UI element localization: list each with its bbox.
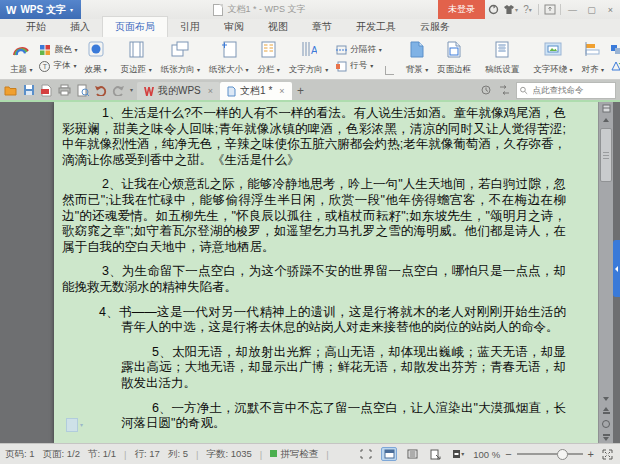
scrollbar-thumb[interactable] [600,128,612,182]
new-tab-button[interactable]: + [292,82,310,100]
grid-paper-button[interactable]: 稿纸设置 [483,39,521,77]
window-title: 文档1 * - WPS 文字 [81,3,438,16]
customize-qat-icon[interactable]: ▾ [130,87,133,93]
theme-group: 主题 ▾ 颜色 ▾ T 字体 ▾ 效果 ▾ [4,39,113,77]
text-wrap-button[interactable]: 文字环绕 ▾ [531,39,574,77]
align-icon [584,40,602,58]
previous-page-button[interactable] [599,405,613,417]
undo-icon[interactable] [94,84,107,97]
tab-my-wps[interactable]: 我的WPS × [137,82,220,100]
close-button[interactable]: × [601,2,620,17]
save-icon[interactable] [22,84,35,97]
breaks-button[interactable]: 分隔符 ▾ [335,44,382,56]
margins-button[interactable]: 页边距 ▾ [119,39,154,77]
maximize-button[interactable]: ▢ [582,2,601,17]
paper-size-button[interactable]: 纸张大小 ▾ [207,39,250,77]
tab-view[interactable]: 视图 [256,17,300,37]
spell-check-ok-icon [270,450,277,457]
eye-protection-mode-icon[interactable]: ▾ [450,447,466,461]
tab-home[interactable]: 开始 [14,17,58,37]
divider: | [260,449,262,460]
background-icon [408,40,426,58]
background-button[interactable]: 背景 ▾ [404,39,430,77]
help-icon[interactable]: ? ▾ [519,2,536,17]
chevron-down-icon: ▾ [80,422,83,428]
tab-insert[interactable]: 插入 [58,17,102,37]
fullscreen-view-icon[interactable] [358,447,374,461]
align-button[interactable]: 对齐 ▾ [580,39,606,77]
text-direction-button[interactable]: A 文字方向 ▾ [287,39,330,77]
redo-icon[interactable] [112,84,125,97]
orientation-button[interactable]: 纸张方向 ▾ [159,39,202,77]
paste-options-button[interactable]: ▾ [66,418,83,432]
tab-review[interactable]: 审阅 [212,17,256,37]
zoom-percentage[interactable]: 100 % [473,449,500,460]
theme-button[interactable]: 主题 ▾ [8,39,34,77]
quick-access-toolbar: ▾ [0,80,137,100]
document-text[interactable]: 1、生活是什么?不一样的人有不一样的看法。有人说生活如酒。童年就像鸡尾酒，色彩斑… [62,106,566,441]
paragraph[interactable]: 5、太阳无语，却放射出光辉；高山无语，却体现出巍峨；蓝天无语，却显露出高远；大地… [121,345,566,392]
rotate-button[interactable]: 旋转 ▾ [611,60,620,72]
zoom-slider[interactable] [517,453,583,455]
divider: | [124,449,126,460]
scroll-down-button[interactable] [599,393,613,405]
fit-page-icon[interactable] [599,447,615,461]
effects-button[interactable]: 效果 ▾ [82,39,108,77]
tab-developer[interactable]: 开发工具 [344,17,408,37]
close-tab-icon[interactable]: × [208,86,213,96]
colors-button[interactable]: 颜色 ▾ [39,44,77,56]
fonts-button[interactable]: T 字体 ▾ [39,60,77,72]
document-page[interactable]: 1、生活是什么?不一样的人有不一样的看法。有人说生活如酒。童年就像鸡尾酒，色彩斑… [54,102,598,443]
colors-grid-icon [39,44,51,56]
zoom-slider-knob[interactable] [557,449,568,460]
tab-page-layout[interactable]: 页面布局 [102,16,168,37]
ruler-toggle-icon[interactable] [599,102,613,114]
theme-rainbow-icon [12,40,30,58]
tab-cloud[interactable]: 云服务 [408,17,462,37]
print-preview-icon[interactable] [76,84,89,97]
sidebar-expand-handle[interactable] [613,240,620,297]
collapse-ribbon-icon[interactable] [541,2,558,17]
web-view-icon[interactable] [404,447,420,461]
close-tab-icon[interactable]: × [279,86,284,96]
next-page-button[interactable] [599,431,613,443]
paragraph[interactable]: 4、书——这是一代对另一代精神上的遗训，这是行将就木的老人对刚刚开始生活的青年人… [121,305,566,336]
spell-check-status[interactable]: 拼写检查 [270,448,318,461]
select-browse-object-button[interactable] [602,420,610,428]
ribbon: 主题 ▾ 颜色 ▾ T 字体 ▾ 效果 ▾ [0,37,620,80]
page-view-icon[interactable] [381,447,397,461]
dialog-launcher-icon[interactable] [385,66,394,75]
print-icon[interactable] [58,84,71,97]
zoom-in-button[interactable]: + [588,448,594,460]
skin-icon[interactable]: ▾ [502,2,519,17]
status-bar: 页码: 1 页面: 1/2 节: 1/1 | 行: 17 列: 5 | 字数: … [0,443,620,464]
paragraph[interactable]: 2、让我在心烦意乱之际，能够冷静地思考，吟上一句"人生天地间，若白驹过隙，忽然而… [62,177,566,255]
grid-paper-group: 稿纸设置 [479,39,525,77]
paragraph[interactable]: 1、生活是什么?不一样的人有不一样的看法。有人说生活如酒。童年就像鸡尾酒，色彩斑… [62,106,566,168]
group-button[interactable]: 组合 ▾ [611,44,620,56]
tab-references[interactable]: 引用 [168,17,212,37]
columns-button[interactable]: 分栏 ▾ [255,39,281,77]
page-setup-group: 页边距 ▾ 纸张方向 ▾ 纸张大小 ▾ 分栏 ▾ A 文字方向 ▾ [115,39,398,77]
divider [538,4,539,15]
scroll-up-button[interactable] [599,114,613,126]
feedback-icon[interactable] [485,2,502,17]
tab-document1[interactable]: 文档1 * × [220,82,292,100]
command-search[interactable] [516,82,616,99]
line-numbers-button[interactable]: 行号 ▾ [335,60,382,72]
open-file-icon[interactable] [4,84,17,97]
history-icon[interactable] [480,84,492,96]
tab-section[interactable]: 章节 [300,17,344,37]
switch-window-icon[interactable] [498,84,510,96]
minimize-button[interactable]: — [563,2,582,17]
page-border-button[interactable]: 页面边框 [435,39,473,77]
vertical-scrollbar[interactable] [598,102,613,443]
command-search-input[interactable] [531,84,612,96]
paragraph[interactable]: 6、一方净土，沉默不言中不忘了留一点空白，让人渲染出"大漠孤烟直，长河落日圆"的… [121,401,566,432]
outline-view-icon[interactable] [427,447,443,461]
document-icon [227,86,236,97]
paragraph[interactable]: 3、为生命留下一点空白，为这个骄躁不安的世界留一点空白，哪怕只是一点点，却能挽救… [62,264,566,295]
status-word-count[interactable]: 字数: 1035 [206,448,251,461]
export-pdf-icon[interactable] [40,84,53,97]
zoom-out-button[interactable]: − [505,448,511,460]
